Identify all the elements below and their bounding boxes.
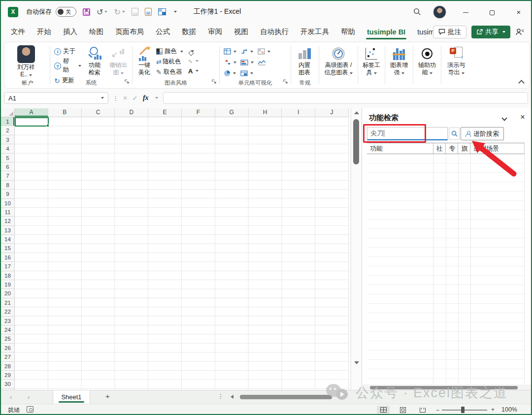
scroll-up-icon[interactable] (354, 111, 359, 114)
sheetbar-options-icon[interactable]: ⋮ (218, 393, 224, 400)
row-header-30[interactable]: 30 (1, 380, 14, 388)
ribbon-tab-文件[interactable]: 文件 (5, 23, 31, 41)
row-header-7[interactable]: 7 (1, 171, 14, 180)
column-header-e[interactable]: E (148, 108, 182, 117)
drag-handle-icon[interactable]: ⋮ (112, 95, 119, 102)
cellviz-heatmap-button[interactable] (258, 47, 270, 56)
sheet-tab-sheet1[interactable]: Sheet1 (53, 390, 90, 404)
help-button[interactable]: ?帮助 (54, 58, 81, 74)
column-header-b[interactable]: B (48, 108, 82, 117)
color-picker-button[interactable]: ✎取色器 (156, 68, 183, 76)
advanced-chart-button[interactable]: 高级图表 / 信息图表 (320, 44, 357, 76)
feature-search-button[interactable]: 功能 检索 (83, 44, 105, 76)
dialog-launcher-icon[interactable] (125, 77, 130, 86)
people-icon[interactable] (515, 28, 524, 36)
cellviz-minitable-button[interactable] (240, 68, 254, 78)
export-button[interactable]: P↑ 演示与 导出 (442, 44, 470, 76)
row-header-20[interactable]: 20 (1, 289, 14, 298)
row-header-11[interactable]: 11 (1, 208, 14, 217)
row-header-2[interactable]: 2 (1, 126, 14, 135)
pane-horizontal-scroll-thumb[interactable] (370, 386, 518, 389)
pane-table-column-1[interactable]: 功能 (367, 143, 433, 154)
ribbon-tab-帮助[interactable]: 帮助 (335, 23, 361, 41)
ribbon-tab-绘图[interactable]: 绘图 (83, 23, 109, 41)
excel-logo-icon[interactable]: X (8, 7, 18, 17)
column-header-h[interactable]: H (249, 108, 282, 117)
cellviz-sparkline-button[interactable] (258, 58, 270, 67)
zoom-level[interactable]: 100% (501, 406, 517, 413)
collapse-ribbon-icon[interactable] (518, 80, 525, 86)
ribbon-tab-插入[interactable]: 插入 (57, 23, 83, 41)
row-header-8[interactable]: 8 (1, 181, 14, 190)
dialog-launcher-icon[interactable] (283, 77, 288, 86)
column-header-d[interactable]: D (115, 108, 148, 117)
ribbon-tab-页面布局[interactable]: 页面布局 (109, 23, 150, 41)
ribbon-tab-自动执行[interactable]: 自动执行 (254, 23, 295, 41)
add-sheet-icon[interactable]: + (105, 392, 110, 400)
row-header-12[interactable]: 12 (1, 217, 14, 225)
undo-button[interactable]: ↺ (97, 7, 107, 17)
pane-table-column-3[interactable]: 专 (445, 143, 458, 154)
pane-table-column-2[interactable]: 社 (433, 143, 446, 154)
row-header-28[interactable]: 28 (1, 362, 14, 371)
row-header-3[interactable]: 3 (1, 135, 14, 144)
row-header-26[interactable]: 26 (1, 344, 14, 352)
row-header-18[interactable]: 18 (1, 271, 14, 280)
qat-customize-button[interactable] (172, 11, 177, 13)
chart-enhance-button[interactable]: 图表增 强 (386, 44, 412, 76)
row-header-9[interactable]: 9 (1, 190, 14, 198)
row-header-1[interactable]: 1 (1, 117, 14, 126)
normal-view-button[interactable] (377, 406, 390, 414)
ribbon-tab-视图[interactable]: 视图 (228, 23, 254, 41)
font-color-button[interactable]: A (188, 66, 199, 75)
pane-table-column-5[interactable]: 适用场景 (470, 143, 524, 154)
confirm-entry-icon[interactable]: ✓ (132, 94, 138, 102)
name-box[interactable]: A1 (4, 92, 108, 104)
page-layout-view-button[interactable] (397, 406, 409, 414)
cancel-entry-icon[interactable]: × (123, 94, 127, 102)
pane-table-column-4[interactable]: 旗 (458, 143, 470, 154)
label-tool-button[interactable]: 标签工 具 (359, 44, 384, 76)
column-header-i[interactable]: I (282, 108, 315, 117)
search-icon[interactable] (413, 8, 421, 16)
pane-table-body[interactable] (367, 154, 525, 383)
row-header-15[interactable]: 15 (1, 244, 14, 253)
random-color-button[interactable]: ⇄随机色 (156, 58, 183, 66)
insert-function-button[interactable]: fx (143, 94, 149, 102)
share-button[interactable]: 共享 (471, 26, 510, 38)
cellviz-arrows-button[interactable] (224, 58, 236, 67)
row-header-21[interactable]: 21 (1, 298, 14, 307)
column-header-a[interactable]: A (15, 108, 48, 117)
scroll-down-icon[interactable] (354, 361, 359, 364)
paste-values-button[interactable]: 123 (132, 8, 138, 16)
draw-border-button[interactable]: ✎ (188, 57, 199, 65)
column-header-c[interactable]: C (82, 108, 115, 117)
redo-button[interactable]: ↻ (114, 7, 125, 17)
cellviz-table-button[interactable] (224, 47, 236, 56)
selected-cell-a1[interactable] (15, 117, 49, 127)
comments-button[interactable]: 批注 (433, 26, 466, 38)
row-header-29[interactable]: 29 (1, 371, 14, 380)
horizontal-scroll-thumb[interactable] (240, 395, 332, 399)
paste-picture-button[interactable] (145, 8, 152, 16)
sheet-prev-icon[interactable]: ‹ (10, 393, 12, 401)
cellviz-databar-button[interactable] (240, 58, 254, 67)
fill-handle[interactable] (46, 124, 49, 127)
cellviz-flow-button[interactable] (240, 47, 254, 56)
row-header-14[interactable]: 14 (1, 235, 14, 244)
colors-button[interactable]: 颜色 (156, 47, 183, 56)
row-header-25[interactable]: 25 (1, 334, 14, 343)
column-header-f[interactable]: F (182, 108, 215, 117)
ribbon-tab-审阅[interactable]: 审阅 (202, 23, 228, 41)
ribbon-tab-开始[interactable]: 开始 (31, 23, 57, 41)
account-button[interactable]: 刘万祥 E.. (6, 44, 46, 78)
row-header-13[interactable]: 13 (1, 226, 14, 235)
undo-chart-button[interactable]: ↙ 撤销出 图 (106, 44, 131, 76)
about-button[interactable]: i关于 (54, 47, 81, 56)
row-header-17[interactable]: 17 (1, 262, 14, 271)
maximize-button[interactable] (485, 8, 499, 16)
formula-input[interactable] (163, 92, 528, 104)
row-header-10[interactable]: 10 (1, 199, 14, 208)
hscroll-left-icon[interactable] (231, 395, 233, 399)
zoom-slider-thumb[interactable] (461, 407, 465, 413)
